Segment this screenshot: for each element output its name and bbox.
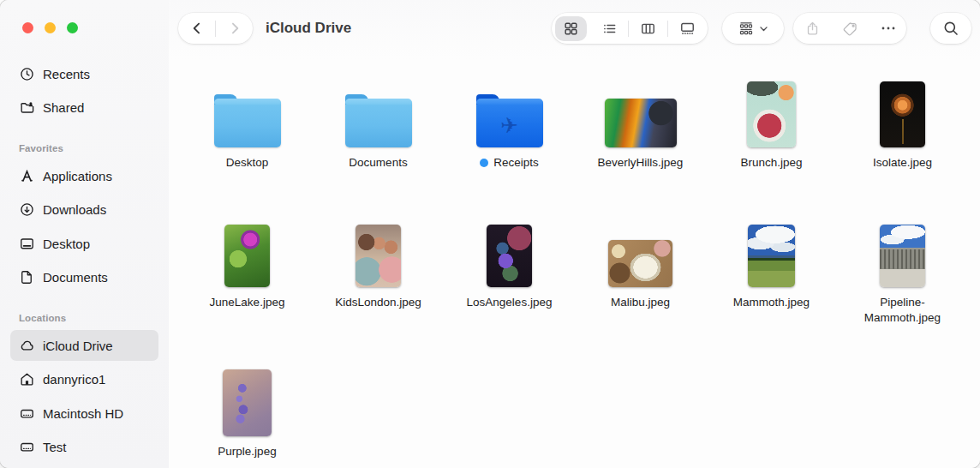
sidebar-item-desktop[interactable]: Desktop: [10, 228, 158, 259]
file-name: Purple.jpeg: [218, 444, 276, 459]
finder-window: Recents Shared Favorites Applications: [0, 0, 980, 468]
sidebar-item-label: Downloads: [43, 202, 106, 217]
file-item-mammoth[interactable]: Mammoth.jpeg: [706, 214, 837, 325]
image-thumbnail: [608, 240, 672, 287]
minimize-window-button[interactable]: [45, 22, 56, 33]
sidebar-item-label: iCloud Drive: [43, 339, 113, 353]
group-items-button[interactable]: [722, 13, 784, 44]
file-name: Brunch.jpeg: [740, 155, 802, 171]
file-name: Documents: [349, 155, 407, 171]
file-item-documents[interactable]: Documents: [313, 79, 444, 171]
app-store-icon: [19, 168, 35, 184]
more-options-button[interactable]: [869, 13, 906, 44]
list-view-button[interactable]: [590, 13, 628, 44]
column-view-button[interactable]: [629, 13, 667, 44]
sidebar-item-label: Shared: [43, 100, 84, 115]
view-switcher: [552, 13, 708, 44]
share-button[interactable]: [793, 13, 832, 44]
file-name: Malibu.jpeg: [611, 295, 670, 310]
gallery-view-button[interactable]: [668, 13, 707, 44]
sidebar-item-label: Documents: [43, 270, 108, 285]
sidebar-item-label: dannyrico1: [43, 372, 105, 387]
image-thumbnail: [880, 225, 925, 287]
file-grid-row: Desktop Documents ✈ Receipts Beve: [182, 79, 968, 171]
file-name: Isolate.jpeg: [873, 155, 932, 171]
back-button[interactable]: [178, 13, 215, 44]
file-item-isolate[interactable]: Isolate.jpeg: [837, 79, 968, 171]
search-button[interactable]: [930, 13, 971, 44]
file-item-beverlyhills[interactable]: BeverlyHills.jpeg: [575, 79, 706, 171]
sidebar: Recents Shared Favorites Applications: [0, 0, 170, 468]
file-item-purple[interactable]: Purple.jpeg: [182, 366, 313, 459]
cloud-icon: [19, 338, 35, 354]
image-thumbnail: [880, 81, 925, 147]
file-item-receipts[interactable]: ✈ Receipts: [444, 79, 575, 171]
file-name: BeverlyHills.jpeg: [598, 155, 684, 171]
close-window-button[interactable]: [22, 22, 33, 33]
sidebar-item-applications[interactable]: Applications: [10, 160, 158, 191]
image-thumbnail: [748, 225, 795, 287]
file-item-junelake[interactable]: JuneLake.jpeg: [182, 214, 313, 325]
sidebar-item-label: Applications: [43, 169, 112, 183]
sidebar-item-documents[interactable]: Documents: [10, 261, 158, 292]
folder-icon: [345, 99, 412, 147]
file-item-desktop[interactable]: Desktop: [182, 79, 313, 171]
hard-drive-icon: [19, 405, 35, 422]
image-thumbnail: [356, 225, 401, 287]
navigation-controls: [178, 13, 253, 44]
file-name: Mammoth.jpeg: [733, 295, 810, 310]
hard-drive-icon: [19, 439, 35, 455]
image-thumbnail: [747, 81, 796, 147]
sidebar-item-label: Macintosh HD: [43, 406, 123, 421]
forward-button[interactable]: [216, 13, 253, 44]
group-control: [722, 13, 784, 44]
sidebar-item-recents[interactable]: Recents: [10, 58, 158, 89]
sidebar-item-macintosh-hd[interactable]: Macintosh HD: [10, 398, 158, 429]
zoom-window-button[interactable]: [67, 22, 78, 33]
sidebar-item-test[interactable]: Test: [10, 431, 158, 462]
shared-folder-icon: [19, 99, 35, 116]
image-thumbnail: [605, 99, 677, 147]
action-controls: [793, 13, 906, 44]
file-name: Receipts: [480, 155, 539, 171]
file-name: LosAngeles.jpeg: [467, 295, 553, 310]
sidebar-section-locations: Locations: [19, 313, 66, 323]
airplane-icon: ✈: [476, 103, 543, 147]
file-item-malibu[interactable]: Malibu.jpeg: [575, 214, 706, 325]
main-area: iCloud Drive: [169, 0, 980, 468]
sidebar-item-icloud-drive[interactable]: iCloud Drive: [10, 330, 158, 361]
image-thumbnail: [224, 225, 270, 287]
group-items-icon: [738, 20, 755, 37]
desktop-icon: [19, 236, 35, 252]
image-thumbnail: [223, 369, 272, 436]
image-thumbnail: [487, 225, 532, 287]
file-name: Pipeline-Mammoth.jpeg: [852, 295, 953, 325]
blue-tag-dot: [480, 159, 488, 167]
file-item-pipeline-mammoth[interactable]: Pipeline-Mammoth.jpeg: [837, 214, 968, 325]
sidebar-item-dannyrico1[interactable]: dannyrico1: [10, 363, 158, 394]
download-circle-icon: [19, 201, 35, 218]
sidebar-section-favorites: Favorites: [19, 143, 63, 153]
page-title: iCloud Drive: [266, 20, 351, 37]
search-control: [930, 13, 971, 44]
clock-icon: [19, 66, 35, 82]
file-name: JuneLake.jpeg: [210, 295, 285, 310]
folder-icon: ✈: [476, 99, 543, 147]
tag-button[interactable]: [832, 13, 869, 44]
sidebar-item-downloads[interactable]: Downloads: [10, 194, 158, 225]
sidebar-item-label: Test: [43, 440, 67, 454]
selected-view-highlight: [555, 16, 587, 41]
home-icon: [19, 371, 35, 387]
icon-view-button[interactable]: [552, 13, 590, 44]
window-controls: [22, 22, 78, 33]
file-item-kidslondon[interactable]: KidsLondon.jpeg: [313, 214, 444, 325]
file-item-losangeles[interactable]: LosAngeles.jpeg: [444, 214, 575, 325]
document-icon: [19, 269, 35, 285]
file-name: Desktop: [226, 155, 269, 171]
file-grid-row: Purple.jpeg: [182, 366, 968, 459]
sidebar-item-label: Desktop: [43, 237, 90, 251]
folder-icon: [214, 99, 281, 147]
chevron-down-icon: [758, 23, 769, 34]
sidebar-item-shared[interactable]: Shared: [10, 92, 158, 123]
file-item-brunch[interactable]: Brunch.jpeg: [706, 79, 837, 171]
